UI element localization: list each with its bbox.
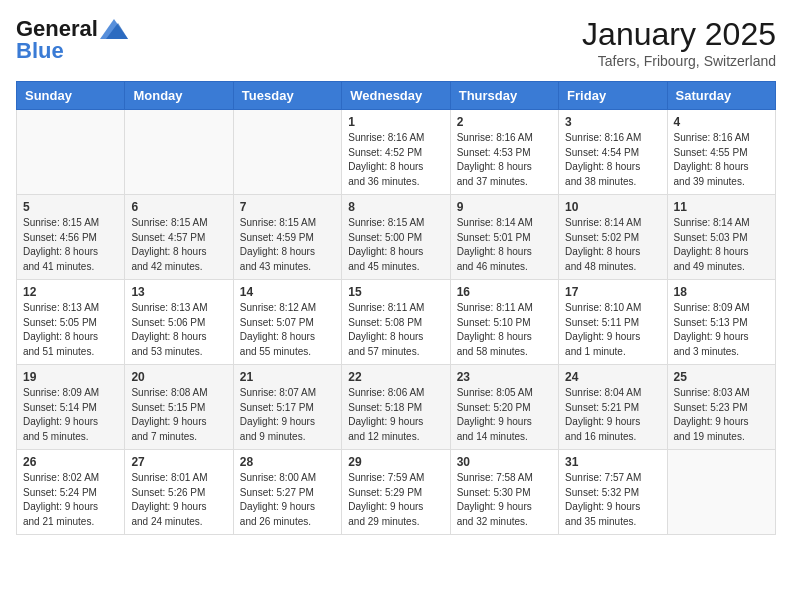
header-row: SundayMondayTuesdayWednesdayThursdayFrid… xyxy=(17,82,776,110)
day-number: 27 xyxy=(131,455,226,469)
location-text: Tafers, Fribourg, Switzerland xyxy=(582,53,776,69)
day-number: 16 xyxy=(457,285,552,299)
week-row-4: 19Sunrise: 8:09 AM Sunset: 5:14 PM Dayli… xyxy=(17,365,776,450)
calendar-cell: 30Sunrise: 7:58 AM Sunset: 5:30 PM Dayli… xyxy=(450,450,558,535)
calendar-cell xyxy=(233,110,341,195)
calendar-cell: 8Sunrise: 8:15 AM Sunset: 5:00 PM Daylig… xyxy=(342,195,450,280)
week-row-2: 5Sunrise: 8:15 AM Sunset: 4:56 PM Daylig… xyxy=(17,195,776,280)
calendar-cell: 11Sunrise: 8:14 AM Sunset: 5:03 PM Dayli… xyxy=(667,195,775,280)
day-header-monday: Monday xyxy=(125,82,233,110)
day-number: 3 xyxy=(565,115,660,129)
day-number: 26 xyxy=(23,455,118,469)
day-header-sunday: Sunday xyxy=(17,82,125,110)
logo: General Blue xyxy=(16,16,128,64)
day-header-saturday: Saturday xyxy=(667,82,775,110)
calendar-cell: 15Sunrise: 8:11 AM Sunset: 5:08 PM Dayli… xyxy=(342,280,450,365)
day-number: 20 xyxy=(131,370,226,384)
day-info: Sunrise: 8:14 AM Sunset: 5:03 PM Dayligh… xyxy=(674,216,769,274)
day-info: Sunrise: 8:01 AM Sunset: 5:26 PM Dayligh… xyxy=(131,471,226,529)
calendar-cell xyxy=(125,110,233,195)
calendar-cell xyxy=(667,450,775,535)
calendar-cell: 4Sunrise: 8:16 AM Sunset: 4:55 PM Daylig… xyxy=(667,110,775,195)
day-info: Sunrise: 8:14 AM Sunset: 5:02 PM Dayligh… xyxy=(565,216,660,274)
day-header-friday: Friday xyxy=(559,82,667,110)
calendar-cell: 18Sunrise: 8:09 AM Sunset: 5:13 PM Dayli… xyxy=(667,280,775,365)
day-number: 30 xyxy=(457,455,552,469)
week-row-5: 26Sunrise: 8:02 AM Sunset: 5:24 PM Dayli… xyxy=(17,450,776,535)
day-info: Sunrise: 7:58 AM Sunset: 5:30 PM Dayligh… xyxy=(457,471,552,529)
day-number: 17 xyxy=(565,285,660,299)
day-info: Sunrise: 8:16 AM Sunset: 4:52 PM Dayligh… xyxy=(348,131,443,189)
week-row-3: 12Sunrise: 8:13 AM Sunset: 5:05 PM Dayli… xyxy=(17,280,776,365)
day-number: 18 xyxy=(674,285,769,299)
day-number: 25 xyxy=(674,370,769,384)
day-number: 4 xyxy=(674,115,769,129)
logo-blue-text: Blue xyxy=(16,38,64,64)
day-number: 11 xyxy=(674,200,769,214)
calendar-cell: 27Sunrise: 8:01 AM Sunset: 5:26 PM Dayli… xyxy=(125,450,233,535)
day-number: 21 xyxy=(240,370,335,384)
calendar-cell: 1Sunrise: 8:16 AM Sunset: 4:52 PM Daylig… xyxy=(342,110,450,195)
day-number: 12 xyxy=(23,285,118,299)
day-header-tuesday: Tuesday xyxy=(233,82,341,110)
day-number: 28 xyxy=(240,455,335,469)
day-info: Sunrise: 8:11 AM Sunset: 5:10 PM Dayligh… xyxy=(457,301,552,359)
day-number: 6 xyxy=(131,200,226,214)
day-header-thursday: Thursday xyxy=(450,82,558,110)
calendar-cell: 2Sunrise: 8:16 AM Sunset: 4:53 PM Daylig… xyxy=(450,110,558,195)
calendar-cell: 23Sunrise: 8:05 AM Sunset: 5:20 PM Dayli… xyxy=(450,365,558,450)
day-number: 15 xyxy=(348,285,443,299)
day-number: 5 xyxy=(23,200,118,214)
day-info: Sunrise: 8:16 AM Sunset: 4:54 PM Dayligh… xyxy=(565,131,660,189)
calendar-cell: 22Sunrise: 8:06 AM Sunset: 5:18 PM Dayli… xyxy=(342,365,450,450)
calendar-cell: 20Sunrise: 8:08 AM Sunset: 5:15 PM Dayli… xyxy=(125,365,233,450)
day-info: Sunrise: 7:59 AM Sunset: 5:29 PM Dayligh… xyxy=(348,471,443,529)
calendar-cell: 17Sunrise: 8:10 AM Sunset: 5:11 PM Dayli… xyxy=(559,280,667,365)
day-number: 22 xyxy=(348,370,443,384)
day-info: Sunrise: 8:04 AM Sunset: 5:21 PM Dayligh… xyxy=(565,386,660,444)
calendar-cell: 29Sunrise: 7:59 AM Sunset: 5:29 PM Dayli… xyxy=(342,450,450,535)
calendar-cell: 31Sunrise: 7:57 AM Sunset: 5:32 PM Dayli… xyxy=(559,450,667,535)
day-info: Sunrise: 8:16 AM Sunset: 4:55 PM Dayligh… xyxy=(674,131,769,189)
title-block: January 2025 Tafers, Fribourg, Switzerla… xyxy=(582,16,776,69)
day-info: Sunrise: 8:00 AM Sunset: 5:27 PM Dayligh… xyxy=(240,471,335,529)
day-info: Sunrise: 8:15 AM Sunset: 5:00 PM Dayligh… xyxy=(348,216,443,274)
day-number: 9 xyxy=(457,200,552,214)
calendar-cell: 14Sunrise: 8:12 AM Sunset: 5:07 PM Dayli… xyxy=(233,280,341,365)
day-info: Sunrise: 8:15 AM Sunset: 4:57 PM Dayligh… xyxy=(131,216,226,274)
day-info: Sunrise: 8:07 AM Sunset: 5:17 PM Dayligh… xyxy=(240,386,335,444)
day-info: Sunrise: 8:09 AM Sunset: 5:13 PM Dayligh… xyxy=(674,301,769,359)
day-number: 29 xyxy=(348,455,443,469)
month-title: January 2025 xyxy=(582,16,776,53)
logo-icon xyxy=(100,19,128,39)
day-number: 13 xyxy=(131,285,226,299)
day-info: Sunrise: 8:11 AM Sunset: 5:08 PM Dayligh… xyxy=(348,301,443,359)
calendar-cell: 28Sunrise: 8:00 AM Sunset: 5:27 PM Dayli… xyxy=(233,450,341,535)
day-info: Sunrise: 8:16 AM Sunset: 4:53 PM Dayligh… xyxy=(457,131,552,189)
day-info: Sunrise: 8:15 AM Sunset: 4:59 PM Dayligh… xyxy=(240,216,335,274)
day-info: Sunrise: 8:13 AM Sunset: 5:05 PM Dayligh… xyxy=(23,301,118,359)
day-number: 1 xyxy=(348,115,443,129)
calendar-cell: 25Sunrise: 8:03 AM Sunset: 5:23 PM Dayli… xyxy=(667,365,775,450)
day-header-wednesday: Wednesday xyxy=(342,82,450,110)
calendar-cell: 24Sunrise: 8:04 AM Sunset: 5:21 PM Dayli… xyxy=(559,365,667,450)
calendar-cell: 26Sunrise: 8:02 AM Sunset: 5:24 PM Dayli… xyxy=(17,450,125,535)
calendar-cell: 10Sunrise: 8:14 AM Sunset: 5:02 PM Dayli… xyxy=(559,195,667,280)
day-number: 19 xyxy=(23,370,118,384)
day-info: Sunrise: 8:08 AM Sunset: 5:15 PM Dayligh… xyxy=(131,386,226,444)
day-number: 23 xyxy=(457,370,552,384)
day-info: Sunrise: 8:15 AM Sunset: 4:56 PM Dayligh… xyxy=(23,216,118,274)
calendar-cell: 6Sunrise: 8:15 AM Sunset: 4:57 PM Daylig… xyxy=(125,195,233,280)
day-info: Sunrise: 7:57 AM Sunset: 5:32 PM Dayligh… xyxy=(565,471,660,529)
calendar-cell: 3Sunrise: 8:16 AM Sunset: 4:54 PM Daylig… xyxy=(559,110,667,195)
calendar-cell: 5Sunrise: 8:15 AM Sunset: 4:56 PM Daylig… xyxy=(17,195,125,280)
day-number: 7 xyxy=(240,200,335,214)
day-number: 2 xyxy=(457,115,552,129)
day-info: Sunrise: 8:14 AM Sunset: 5:01 PM Dayligh… xyxy=(457,216,552,274)
week-row-1: 1Sunrise: 8:16 AM Sunset: 4:52 PM Daylig… xyxy=(17,110,776,195)
calendar-table: SundayMondayTuesdayWednesdayThursdayFrid… xyxy=(16,81,776,535)
day-number: 24 xyxy=(565,370,660,384)
day-number: 8 xyxy=(348,200,443,214)
calendar-cell: 19Sunrise: 8:09 AM Sunset: 5:14 PM Dayli… xyxy=(17,365,125,450)
day-info: Sunrise: 8:09 AM Sunset: 5:14 PM Dayligh… xyxy=(23,386,118,444)
